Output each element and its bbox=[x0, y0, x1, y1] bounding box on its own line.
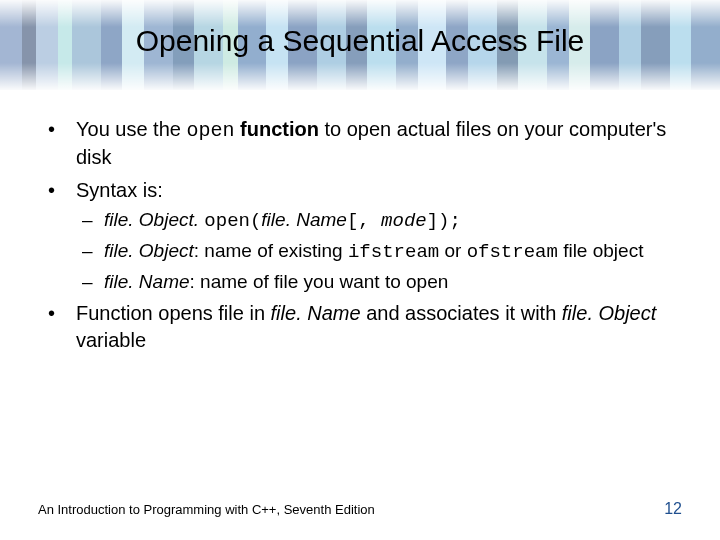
bullet-2c: file. Name: name of file you want to ope… bbox=[76, 269, 682, 294]
b2a-c3: ]); bbox=[427, 210, 461, 232]
b1-code: open bbox=[186, 119, 234, 142]
slide-footer: An Introduction to Programming with C++,… bbox=[38, 500, 682, 518]
b2a-c1: open( bbox=[204, 210, 261, 232]
b1-bold: function bbox=[234, 118, 318, 140]
bullet-3: Function opens file in file. Name and as… bbox=[38, 300, 682, 353]
bullet-2: Syntax is: file. Object. open(file. Name… bbox=[38, 177, 682, 295]
b2b-c2: ofstream bbox=[467, 241, 558, 263]
b2a-c2: [, bbox=[347, 210, 381, 232]
b1-pre: You use the bbox=[76, 118, 186, 140]
b2c-ital: file. Name bbox=[104, 271, 190, 292]
b2-text: Syntax is: bbox=[76, 179, 163, 201]
b3-mid: and associates it with bbox=[361, 302, 562, 324]
bullet-2a: file. Object. open(file. Name[, mode]); bbox=[76, 207, 682, 234]
b2b-post: file object bbox=[558, 240, 644, 261]
b3-post: variable bbox=[76, 329, 146, 351]
b3-i1: file. Name bbox=[271, 302, 361, 324]
footer-page-number: 12 bbox=[664, 500, 682, 518]
b3-pre: Function opens file in bbox=[76, 302, 271, 324]
footer-book: An Introduction to Programming with C++,… bbox=[38, 502, 375, 517]
b2c-post: : name of file you want to open bbox=[190, 271, 449, 292]
b3-i2: file. Object bbox=[562, 302, 656, 324]
bullet-2b: file. Object: name of existing ifstream … bbox=[76, 238, 682, 265]
slide-title: Opening a Sequential Access File bbox=[0, 24, 720, 58]
b2b-ital: file. Object bbox=[104, 240, 194, 261]
b2b-or: or bbox=[439, 240, 466, 261]
b2a-i1: file. Object. bbox=[104, 209, 204, 230]
slide-body: You use the open function to open actual… bbox=[38, 116, 682, 359]
b2a-i2: file. Name bbox=[261, 209, 347, 230]
b2b-mid: : name of existing bbox=[194, 240, 348, 261]
b2a-i3: mode bbox=[381, 210, 427, 232]
b2b-c1: ifstream bbox=[348, 241, 439, 263]
bullet-1: You use the open function to open actual… bbox=[38, 116, 682, 171]
